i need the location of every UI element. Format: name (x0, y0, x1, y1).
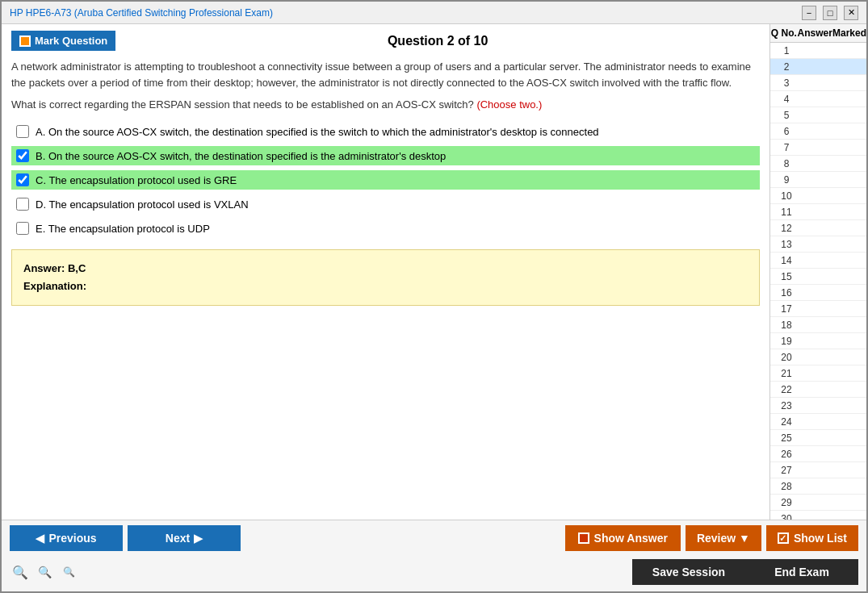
q-number: 29 (770, 497, 803, 508)
zoom-in-button[interactable]: 🔍 (58, 562, 79, 583)
next-button[interactable]: Next ▶ (128, 525, 241, 551)
q-number: 15 (770, 271, 803, 282)
question-list-item[interactable]: 9 (770, 172, 866, 188)
option-a-checkbox[interactable] (16, 125, 29, 138)
question-list-item[interactable]: 2 (770, 59, 866, 75)
option-d: D. The encapsulation protocol used is VX… (11, 194, 760, 214)
question-list-item[interactable]: 23 (770, 398, 866, 414)
question-list-item[interactable]: 13 (770, 236, 866, 253)
q-number: 20 (770, 352, 803, 363)
question-list-item[interactable]: 11 (770, 204, 866, 220)
answer-label: Answer: B,C (23, 260, 748, 278)
question-list-item[interactable]: 3 (770, 75, 866, 91)
q-number: 28 (770, 481, 803, 492)
show-list-button[interactable]: ✓ Show List (766, 525, 858, 551)
q-number: 5 (770, 110, 803, 121)
sub-question: What is correct regarding the ERSPAN ses… (11, 98, 760, 111)
explanation-label: Explanation: (23, 278, 748, 295)
q-number: 11 (770, 207, 803, 218)
save-session-label: Save Session (652, 566, 725, 578)
option-c-text: C. The encapsulation protocol used is GR… (36, 174, 237, 186)
maximize-button[interactable]: □ (823, 6, 837, 20)
show-list-label: Show List (794, 532, 847, 545)
question-list-item[interactable]: 15 (770, 269, 866, 285)
col-marked: Marked (832, 27, 866, 39)
end-exam-label: End Exam (774, 566, 829, 578)
q-number: 27 (770, 465, 803, 476)
zoom-controls: 🔍 🔍 🔍 (10, 562, 79, 583)
col-qno: Q No. (770, 27, 798, 39)
option-e-text: E. The encapsulation protocol is UDP (36, 223, 210, 235)
q-number: 2 (770, 61, 803, 73)
show-list-check-icon: ✓ (778, 532, 789, 544)
question-list-item[interactable]: 7 (770, 140, 866, 156)
question-list-item[interactable]: 12 (770, 220, 866, 236)
zoom-normal-button[interactable]: 🔍 (34, 562, 55, 583)
question-list-item[interactable]: 25 (770, 430, 866, 446)
option-c-checkbox[interactable] (16, 173, 29, 186)
option-b-checkbox[interactable] (16, 149, 29, 162)
option-d-text: D. The encapsulation protocol used is VX… (36, 198, 249, 211)
question-list-item[interactable]: 17 (770, 301, 866, 317)
question-list-item[interactable]: 18 (770, 317, 866, 333)
review-arrow-icon: ▼ (739, 532, 750, 545)
q-number: 10 (770, 190, 803, 202)
minimize-button[interactable]: − (802, 6, 816, 20)
prev-arrow-icon: ◀ (36, 532, 44, 545)
question-list-item[interactable]: 8 (770, 156, 866, 172)
question-list-item[interactable]: 22 (770, 382, 866, 398)
mark-checkbox-icon (19, 35, 31, 47)
q-number: 3 (770, 77, 803, 89)
question-list-item[interactable]: 19 (770, 333, 866, 349)
question-list-item[interactable]: 20 (770, 349, 866, 365)
question-list-item[interactable]: 30 (770, 511, 866, 520)
save-session-button[interactable]: Save Session (632, 559, 745, 585)
previous-button[interactable]: ◀ Previous (10, 525, 123, 551)
window-title: HP HPE6-A73 (Aruba Certified Switching P… (10, 7, 273, 19)
review-button[interactable]: Review ▼ (686, 525, 761, 551)
q-number: 6 (770, 126, 803, 137)
question-list-item[interactable]: 27 (770, 462, 866, 478)
question-list-item[interactable]: 10 (770, 188, 866, 204)
q-number: 13 (770, 239, 803, 250)
q-number: 26 (770, 449, 803, 460)
q-number: 23 (770, 400, 803, 411)
question-list-item[interactable]: 1 (770, 43, 866, 59)
header-row: Mark Question Question 2 of 10 (11, 31, 760, 51)
option-d-checkbox[interactable] (16, 198, 29, 211)
q-number: 24 (770, 416, 803, 428)
bottom-bar: ◀ Previous Next ▶ Show Answer Review ▼ ✓… (2, 520, 866, 591)
question-list-item[interactable]: 26 (770, 446, 866, 462)
q-number: 22 (770, 384, 803, 395)
question-list-item[interactable]: 28 (770, 478, 866, 495)
main-content: Mark Question Question 2 of 10 A network… (2, 24, 866, 520)
question-list-item[interactable]: 24 (770, 414, 866, 430)
question-list-item[interactable]: 6 (770, 123, 866, 140)
right-panel: Q No. Answer Marked 1 2 3 4 5 6 (769, 24, 866, 520)
option-e-checkbox[interactable] (16, 222, 29, 235)
q-number: 14 (770, 255, 803, 266)
question-list-item[interactable]: 14 (770, 253, 866, 269)
answer-box: Answer: B,C Explanation: (11, 249, 760, 306)
question-list-item[interactable]: 21 (770, 365, 866, 382)
q-number: 4 (770, 94, 803, 105)
window-controls: − □ ✕ (802, 6, 858, 20)
show-answer-button[interactable]: Show Answer (565, 525, 681, 551)
close-button[interactable]: ✕ (844, 6, 858, 20)
option-e: E. The encapsulation protocol is UDP (11, 219, 760, 238)
review-label: Review (697, 532, 736, 545)
question-list-item[interactable]: 5 (770, 107, 866, 123)
question-list[interactable]: 1 2 3 4 5 6 7 8 (770, 43, 866, 520)
question-list-item[interactable]: 4 (770, 91, 866, 107)
mark-question-button[interactable]: Mark Question (11, 31, 115, 51)
q-number: 21 (770, 368, 803, 379)
sidebar-header: Q No. Answer Marked (770, 24, 866, 43)
q-number: 1 (770, 45, 803, 56)
q-number: 8 (770, 158, 803, 169)
end-exam-button[interactable]: End Exam (745, 559, 858, 585)
question-list-item[interactable]: 16 (770, 285, 866, 301)
choose-two-label: (Choose two.) (476, 98, 542, 111)
question-list-item[interactable]: 29 (770, 495, 866, 511)
zoom-out-button[interactable]: 🔍 (10, 562, 31, 583)
q-number: 30 (770, 513, 803, 520)
